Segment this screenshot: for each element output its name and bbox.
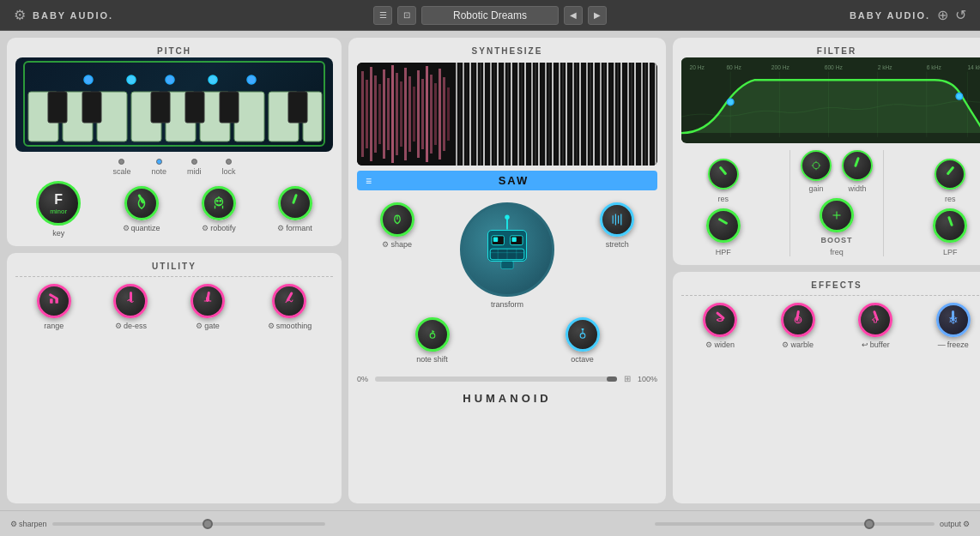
note-label: note bbox=[151, 167, 166, 176]
utility-divider bbox=[15, 276, 333, 277]
svg-point-16 bbox=[127, 75, 136, 84]
refresh-icon[interactable]: ↺ bbox=[955, 7, 966, 23]
gear-icon[interactable]: ⚙ bbox=[14, 7, 26, 23]
stretch-knob[interactable] bbox=[600, 202, 634, 237]
shape-knob-group: ⚙ shape bbox=[380, 202, 414, 249]
svg-rect-76 bbox=[511, 63, 512, 166]
robotify-knob[interactable] bbox=[202, 186, 236, 220]
svg-point-141 bbox=[581, 328, 584, 330]
svg-text:200 Hz: 200 Hz bbox=[771, 64, 790, 70]
freq-label: freq bbox=[830, 248, 844, 256]
range-knob[interactable] bbox=[37, 284, 71, 318]
smoothing-knob[interactable] bbox=[272, 284, 306, 318]
svg-rect-39 bbox=[361, 71, 364, 157]
svg-rect-111 bbox=[631, 63, 632, 166]
svg-point-158 bbox=[813, 162, 820, 169]
formant-knob[interactable] bbox=[278, 186, 312, 220]
quantize-knob[interactable] bbox=[124, 186, 159, 220]
svg-rect-62 bbox=[463, 63, 464, 166]
list-view-button[interactable]: ☰ bbox=[373, 6, 392, 25]
synth-bottom-knobs: note shift octave bbox=[357, 317, 657, 364]
de-ess-knob[interactable] bbox=[113, 284, 148, 318]
svg-rect-79 bbox=[521, 63, 523, 166]
svg-point-19 bbox=[247, 75, 256, 84]
layers-icon[interactable]: ⊕ bbox=[937, 7, 948, 23]
svg-rect-83 bbox=[535, 63, 536, 166]
stretch-label: stretch bbox=[606, 240, 629, 249]
lpf-res-knob[interactable] bbox=[935, 159, 965, 190]
svg-rect-101 bbox=[596, 63, 598, 166]
svg-rect-125 bbox=[493, 238, 498, 242]
transform-knob[interactable] bbox=[460, 202, 554, 297]
output-slider[interactable] bbox=[655, 522, 935, 526]
save-button[interactable]: ⊡ bbox=[397, 6, 416, 25]
svg-rect-105 bbox=[610, 63, 612, 166]
prev-preset-button[interactable]: ◀ bbox=[564, 6, 583, 25]
progress-end-label: 100% bbox=[638, 375, 657, 383]
output-label: output ⚙ bbox=[940, 520, 970, 528]
hpf-label: HPF bbox=[716, 248, 731, 256]
pitch-title: PITCH bbox=[15, 46, 333, 56]
octave-knob[interactable] bbox=[566, 317, 600, 352]
buffer-knob[interactable] bbox=[858, 303, 892, 337]
robotify-knob-group: ⚙ robotify bbox=[202, 186, 236, 232]
freeze-knob[interactable]: ❄ bbox=[936, 303, 971, 337]
progress-bar[interactable] bbox=[375, 376, 617, 382]
note-shift-knob[interactable] bbox=[415, 317, 450, 352]
buffer-label: ↩ buffer bbox=[862, 340, 890, 349]
synth-panel: SYNTHESIZE bbox=[348, 38, 666, 503]
svg-rect-73 bbox=[500, 63, 502, 166]
top-bar-center: ☰ ⊡ Robotic Dreams ◀ ▶ bbox=[373, 6, 607, 25]
svg-point-157 bbox=[956, 93, 963, 99]
main-content: PITCH bbox=[0, 31, 980, 510]
svg-text:6 kHz: 6 kHz bbox=[927, 64, 942, 70]
preset-name[interactable]: Robotic Dreams bbox=[421, 6, 559, 25]
svg-rect-74 bbox=[504, 63, 505, 166]
svg-rect-55 bbox=[430, 75, 433, 154]
smoothing-knob-group: ⚙ smoothing bbox=[268, 284, 312, 330]
note-indicator: note bbox=[151, 159, 166, 176]
lpf-knob[interactable] bbox=[933, 208, 967, 243]
transform-face-svg bbox=[469, 211, 546, 288]
key-knob[interactable]: F minor bbox=[36, 181, 81, 226]
next-preset-button[interactable]: ▶ bbox=[588, 6, 607, 25]
sharpen-slider[interactable] bbox=[52, 522, 326, 526]
waveform-selector[interactable]: ≡ SAW bbox=[357, 171, 657, 190]
filter-title: FILTER bbox=[681, 46, 980, 56]
octave-label: octave bbox=[571, 355, 594, 364]
widen-knob[interactable] bbox=[703, 303, 737, 337]
hpf-res-knob[interactable] bbox=[708, 159, 739, 190]
svg-rect-61 bbox=[459, 63, 461, 166]
hpf-knob[interactable] bbox=[706, 208, 741, 243]
warble-knob[interactable] bbox=[781, 303, 815, 337]
formant-label: ⚙ formant bbox=[277, 224, 312, 232]
quantize-label: ⚙ quantize bbox=[123, 224, 160, 232]
scale-indicator: scale bbox=[112, 159, 130, 176]
svg-rect-56 bbox=[434, 83, 437, 145]
synth-center: transform bbox=[460, 202, 554, 309]
stretch-knob-group: stretch bbox=[600, 202, 634, 249]
output-slider-group: output ⚙ bbox=[655, 520, 970, 528]
shape-knob[interactable] bbox=[380, 202, 414, 237]
width-knob[interactable] bbox=[842, 150, 873, 181]
gain-knob[interactable] bbox=[801, 150, 832, 181]
svg-rect-113 bbox=[638, 63, 639, 166]
output-thumb[interactable] bbox=[864, 519, 874, 529]
gate-knob[interactable] bbox=[191, 284, 225, 318]
boost-knob[interactable] bbox=[820, 198, 854, 232]
svg-rect-41 bbox=[370, 67, 372, 161]
svg-rect-112 bbox=[634, 63, 636, 166]
output-gear-icon: ⚙ bbox=[963, 520, 970, 528]
svg-rect-81 bbox=[528, 63, 529, 166]
svg-rect-50 bbox=[408, 76, 411, 152]
svg-point-23 bbox=[216, 200, 219, 202]
svg-rect-110 bbox=[627, 63, 629, 166]
sharpen-thumb[interactable] bbox=[203, 519, 213, 529]
effects-panel: EFFECTS ⚙ widen bbox=[673, 272, 980, 503]
synth-controls: ⚙ shape bbox=[357, 202, 657, 309]
svg-rect-48 bbox=[400, 81, 402, 147]
svg-text:2 kHz: 2 kHz bbox=[878, 64, 893, 70]
svg-rect-59 bbox=[447, 87, 450, 141]
svg-rect-117 bbox=[651, 63, 653, 166]
gain-knob-group: gain bbox=[801, 150, 832, 193]
